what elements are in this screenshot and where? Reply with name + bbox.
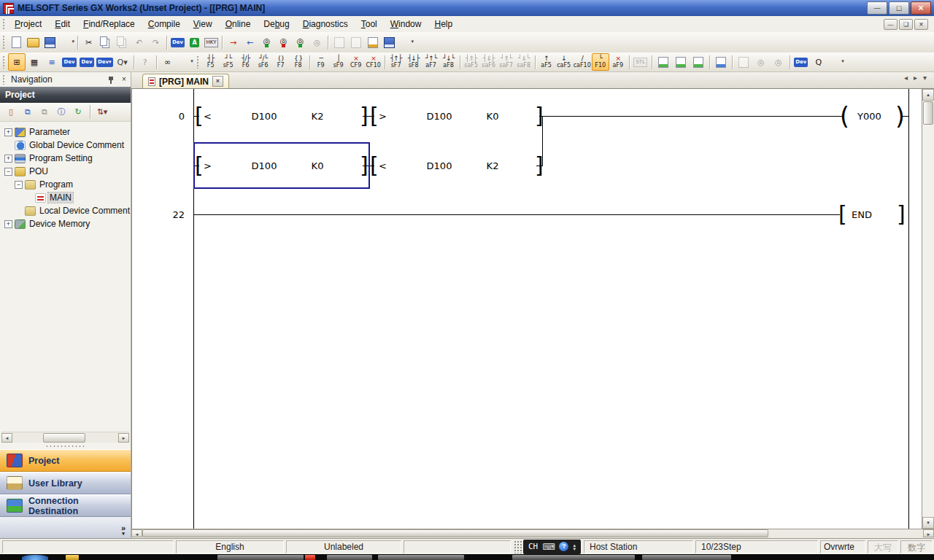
- find-icon[interactable]: ∞: [159, 53, 177, 71]
- tree-item-parameter[interactable]: +Parameter: [1, 125, 131, 139]
- keyboard-icon[interactable]: [542, 542, 555, 552]
- menu-edit[interactable]: Edit: [48, 17, 77, 31]
- menu-online[interactable]: Online: [219, 17, 258, 31]
- end-instruction[interactable]: END: [852, 209, 872, 220]
- collapse-icon[interactable]: −: [15, 181, 23, 189]
- new-project-icon[interactable]: [8, 34, 25, 50]
- close-button[interactable]: [911, 1, 931, 15]
- expand-icon[interactable]: +: [4, 128, 12, 136]
- inline-st-button[interactable]: STL: [632, 53, 649, 71]
- delete-line-button[interactable]: ×aF9: [609, 53, 627, 71]
- nav-new-icon[interactable]: ▯: [4, 105, 18, 120]
- vertical-line-button[interactable]: │sF9: [330, 53, 347, 71]
- menu-compile[interactable]: Compile: [142, 17, 187, 31]
- falling-pulse-close-button[interactable]: ┤⇓├saF6: [480, 53, 498, 71]
- compare-operand[interactable]: K0: [487, 111, 499, 122]
- operation-result-invert-button[interactable]: /caF10: [573, 53, 592, 71]
- device-display-icon[interactable]: Dev: [792, 53, 810, 71]
- cross-reference-icon[interactable]: ◎: [770, 53, 787, 71]
- monitor-start-icon[interactable]: ◎: [258, 34, 275, 50]
- tree-item-local-device-comment[interactable]: Local Device Comment: [1, 204, 131, 217]
- device-comment-find-icon[interactable]: Dev: [61, 53, 78, 71]
- close-panel-icon[interactable]: [119, 75, 129, 85]
- scroll-thumb[interactable]: [142, 529, 768, 537]
- nav-horizontal-scrollbar[interactable]: ◂ ▸: [1, 432, 129, 443]
- mdi-close-button[interactable]: [914, 19, 928, 30]
- tree-item-device-memory[interactable]: +Device Memory: [1, 217, 131, 230]
- device-comment-icon[interactable]: Dev: [169, 34, 186, 50]
- statement-list-icon[interactable]: [735, 53, 752, 71]
- taskbar-button[interactable]: [217, 555, 304, 560]
- tree-item-global-device-comment[interactable]: Global Device Comment: [1, 139, 131, 152]
- edit-statement-icon[interactable]: [672, 53, 690, 71]
- ime-options-icon[interactable]: [573, 543, 576, 551]
- closed-contact-button[interactable]: ┤/├F6: [237, 53, 255, 71]
- monitor-mode-icon[interactable]: ◎: [309, 34, 325, 50]
- delete-horizontal-line-button[interactable]: ×CF9: [347, 53, 365, 71]
- taskbar-app-icon[interactable]: [305, 555, 315, 560]
- toolbar-overflow-icon[interactable]: [58, 34, 75, 50]
- menu-view[interactable]: View: [187, 17, 219, 31]
- menu-diagnostics[interactable]: Diagnostics: [296, 17, 355, 31]
- device-find-icon[interactable]: Q▾: [114, 53, 131, 71]
- scroll-right-icon[interactable]: ▸: [118, 433, 129, 443]
- undo-icon[interactable]: ↶: [131, 34, 147, 50]
- mdi-restore-button[interactable]: [899, 19, 913, 30]
- open-branch-button[interactable]: ┘└sF5: [220, 53, 237, 71]
- verify-icon[interactable]: [331, 34, 347, 50]
- coil-device[interactable]: Y000: [857, 111, 881, 122]
- collapse-icon[interactable]: −: [4, 168, 12, 176]
- maximize-button[interactable]: [889, 1, 909, 15]
- compare-operand[interactable]: D100: [252, 111, 277, 122]
- compare-operator[interactable]: <: [379, 160, 387, 171]
- falling-pulse-close-branch-button[interactable]: ┘⇓└saF8: [515, 53, 533, 71]
- compare-operand[interactable]: D100: [427, 111, 452, 122]
- ladder-edit-cursor[interactable]: [193, 142, 370, 189]
- mdi-minimize-button[interactable]: [884, 19, 898, 30]
- rising-pulse-close-branch-button[interactable]: ┘⇑└saF7: [498, 53, 515, 71]
- nav-paste-icon[interactable]: ⧉: [37, 105, 52, 120]
- menu-find-replace[interactable]: Find/Replace: [77, 17, 142, 31]
- taskbar-button[interactable]: [378, 555, 464, 560]
- start-button[interactable]: [22, 555, 48, 560]
- ime-language-bar[interactable]: CH: [523, 540, 581, 554]
- minimize-button[interactable]: [867, 1, 887, 15]
- invert-operation-down-button[interactable]: ↓caF5: [555, 53, 573, 71]
- ladder-canvas[interactable]: 0 22 <: [131, 89, 922, 529]
- coil-button[interactable]: ( )F7: [272, 53, 290, 71]
- ime-language-label[interactable]: CH: [528, 542, 538, 551]
- device-monitor-icon[interactable]: A: [186, 34, 203, 50]
- device-comment-list-icon[interactable]: [712, 53, 730, 71]
- compare-operand[interactable]: K2: [312, 111, 324, 122]
- write-to-plc-icon[interactable]: →: [225, 34, 242, 50]
- device-list-icon[interactable]: Dev: [78, 53, 96, 71]
- navigation-window-icon[interactable]: ⊞: [8, 53, 26, 71]
- compare-operator[interactable]: >: [379, 111, 387, 122]
- vertical-scrollbar[interactable]: [922, 89, 934, 529]
- edit-device-comment-icon[interactable]: [655, 53, 672, 71]
- toolbar-overflow-icon[interactable]: [177, 53, 194, 71]
- output-window-icon[interactable]: ≡: [43, 53, 61, 71]
- read-from-plc-icon[interactable]: ←: [242, 34, 258, 50]
- scroll-left-icon[interactable]: ◂: [131, 529, 142, 537]
- tree-item-program[interactable]: −Program: [1, 178, 131, 191]
- save-project-icon[interactable]: [42, 34, 58, 50]
- tab-close-icon[interactable]: [212, 76, 223, 87]
- rising-pulse-close-button[interactable]: ┤⇑├saF5: [463, 53, 480, 71]
- tab-list-icon[interactable]: [923, 74, 927, 82]
- taskbar-button[interactable]: [327, 555, 372, 560]
- edit-line-button[interactable]: └F10: [592, 53, 609, 71]
- nav-property-icon[interactable]: ⓘ: [54, 105, 69, 120]
- splitter-handle[interactable]: [0, 443, 131, 449]
- help-icon[interactable]: ?: [136, 53, 154, 71]
- closed-branch-button[interactable]: ┘/└sF6: [255, 53, 272, 71]
- application-instruction-button[interactable]: { }F8: [290, 53, 307, 71]
- nav-button-user-library[interactable]: User Library: [0, 472, 131, 494]
- nav-refresh-icon[interactable]: ↻: [71, 105, 85, 120]
- ime-help-icon[interactable]: [559, 542, 568, 551]
- horizontal-line-button[interactable]: ─F9: [312, 53, 330, 71]
- compare-operator[interactable]: <: [204, 111, 212, 122]
- taskbar-folder-icon[interactable]: [66, 555, 79, 560]
- tree-item-pou[interactable]: −POU: [1, 165, 131, 178]
- scroll-thumb[interactable]: [43, 433, 85, 443]
